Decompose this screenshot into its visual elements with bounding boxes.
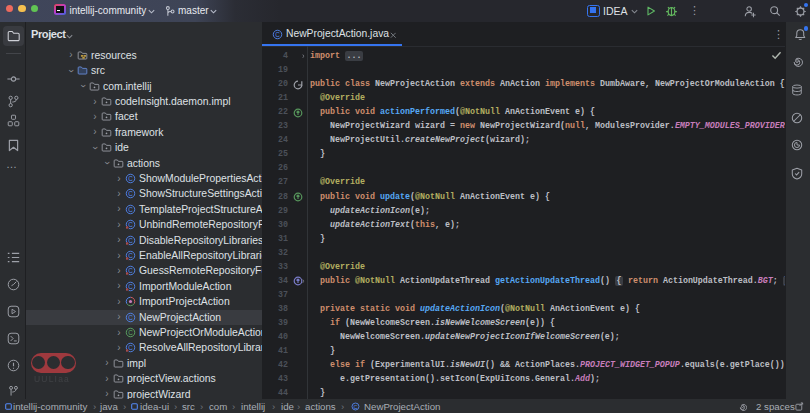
svg-text:C: C xyxy=(128,344,133,351)
svg-text:C: C xyxy=(128,236,133,243)
svg-text:C: C xyxy=(128,221,133,228)
svg-text:C: C xyxy=(128,267,133,274)
svg-text:C: C xyxy=(128,190,133,197)
svg-text:C: C xyxy=(128,206,133,213)
svg-text:C: C xyxy=(128,329,133,336)
svg-text:C: C xyxy=(128,283,133,290)
svg-text:C: C xyxy=(275,30,280,37)
svg-text:C: C xyxy=(128,313,133,320)
svg-text:C: C xyxy=(128,252,133,259)
svg-text:C: C xyxy=(128,175,133,182)
svg-text:C: C xyxy=(354,403,358,409)
